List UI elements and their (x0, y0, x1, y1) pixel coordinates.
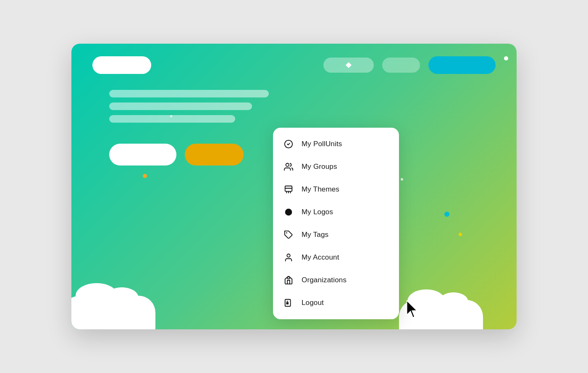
nav-diamond-icon (346, 62, 352, 68)
logout-icon (283, 297, 294, 308)
nav-item-1[interactable] (323, 58, 374, 73)
svg-point-5 (287, 254, 290, 257)
content-line-1 (109, 90, 269, 97)
decor-dot-yellow-right (459, 233, 462, 236)
account-icon (283, 252, 294, 263)
secondary-button[interactable] (185, 144, 244, 165)
cta-button[interactable] (428, 56, 496, 74)
groups-icon (283, 161, 294, 172)
decor-dot-orange (143, 174, 147, 178)
top-bar (71, 56, 517, 74)
menu-item-my-pollunits[interactable]: My PollUnits (273, 133, 399, 155)
organizations-icon (283, 275, 294, 286)
menu-item-my-groups[interactable]: My Groups (273, 155, 399, 178)
menu-item-my-account[interactable]: My Account (273, 246, 399, 269)
menu-label-logout: Logout (302, 299, 324, 307)
menu-label-my-account: My Account (302, 253, 339, 262)
pollunits-icon (283, 139, 294, 150)
app-window: My PollUnits My Groups My (71, 44, 517, 329)
menu-item-logout[interactable]: Logout (273, 292, 399, 314)
primary-button[interactable] (109, 144, 176, 165)
menu-item-my-themes[interactable]: My Themes (273, 178, 399, 201)
svg-point-3 (285, 209, 292, 216)
logo (92, 56, 151, 74)
menu-label-my-tags: My Tags (302, 231, 328, 239)
menu-label-my-themes: My Themes (302, 185, 339, 194)
menu-label-my-logos: My Logos (302, 208, 333, 216)
menu-item-my-logos[interactable]: My Logos (273, 201, 399, 223)
themes-icon (283, 184, 294, 195)
menu-item-my-tags[interactable]: My Tags (273, 223, 399, 246)
cloud-left (71, 296, 155, 329)
svg-point-4 (286, 232, 287, 234)
nav-item-2[interactable] (382, 58, 420, 73)
menu-item-organizations[interactable]: Organizations (273, 269, 399, 292)
svg-point-1 (286, 163, 289, 166)
content-line-2 (109, 102, 252, 110)
decor-dot-white-right (401, 178, 403, 181)
content-line-3 (109, 115, 235, 123)
content-lines (109, 90, 328, 123)
svg-rect-2 (285, 186, 292, 192)
decor-dot-teal (444, 212, 449, 217)
logos-icon (283, 207, 294, 218)
menu-label-my-groups: My Groups (302, 163, 337, 171)
svg-rect-8 (286, 302, 289, 305)
svg-rect-6 (287, 277, 290, 279)
tags-icon (283, 229, 294, 240)
dropdown-menu: My PollUnits My Groups My (273, 128, 399, 319)
menu-label-my-pollunits: My PollUnits (302, 140, 342, 148)
menu-label-organizations: Organizations (302, 276, 346, 284)
